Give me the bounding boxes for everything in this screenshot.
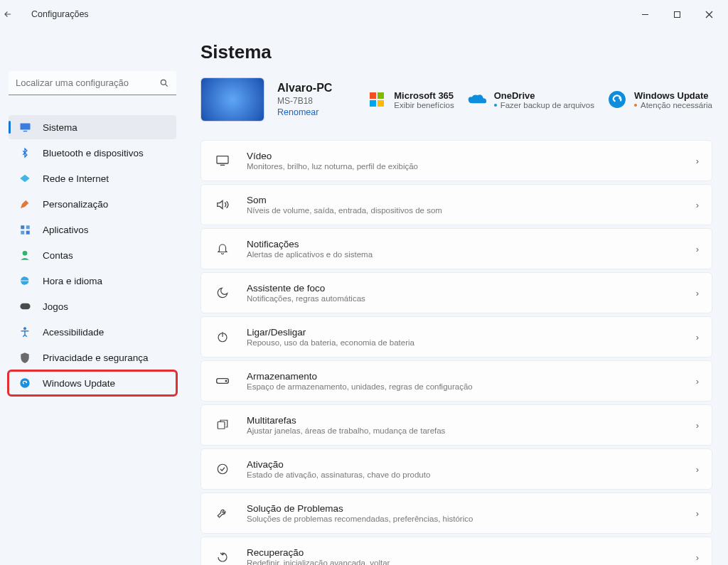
nav-item-bluetooth[interactable]: Bluetooth e dispositivos [9,141,176,165]
window-controls [629,4,725,25]
card-ligar[interactable]: Ligar/DesligarRepouso, uso da bateria, e… [200,316,712,357]
nav-item-jogos[interactable]: Jogos [9,294,176,318]
gaming-icon [17,300,33,313]
nav-item-hora[interactable]: Hora e idioma [9,269,176,293]
card-title: Armazenamento [247,371,696,382]
pc-model: MS-7B18 [277,96,332,106]
chevron-right-icon: › [696,288,699,298]
chevron-right-icon: › [696,420,699,431]
page-title: Sistema [200,41,712,63]
rename-link[interactable]: Renomear [277,107,332,117]
display-icon [17,121,33,134]
card-ativacao[interactable]: AtivaçãoEstado de ativação, assinaturas,… [200,448,712,490]
maximize-button[interactable] [661,4,693,25]
moon-icon [214,286,231,299]
svg-rect-4 [20,123,30,129]
svg-rect-6 [21,225,24,229]
chevron-right-icon: › [696,464,699,475]
onedrive-sub: Fazer backup de arquivos [500,101,594,109]
nav-item-acessibilidade[interactable]: Acessibilidade [9,320,176,344]
nav-label: Privacidade e segurança [43,353,149,363]
nav-item-contas[interactable]: Contas [9,243,176,267]
svg-rect-20 [217,156,228,163]
svg-rect-8 [21,230,24,234]
bluetooth-icon [17,146,33,159]
nav-item-windows-update[interactable]: Windows Update [9,371,176,395]
recovery-icon [214,551,231,564]
nav-label: Windows Update [43,378,115,389]
accounts-icon [17,249,33,262]
card-title: Ativação [247,459,696,470]
settings-cards: VídeoMonitores, brilho, luz noturna, per… [200,140,712,565]
card-notificacoes[interactable]: NotificaçõesAlertas de aplicativos e do … [200,228,712,269]
pc-thumbnail[interactable] [200,77,264,122]
svg-rect-16 [378,92,384,99]
card-armazenamento[interactable]: ArmazenamentoEspaço de armazenamento, un… [200,360,712,402]
main-content: Sistema Alvaro-PC MS-7B18 Renomear Micro… [185,28,728,565]
nav-item-sistema[interactable]: Sistema [9,115,176,139]
update-card[interactable]: Windows Update Atenção necessária [607,90,712,109]
nav-label: Rede e Internet [43,173,109,184]
card-title: Solução de Problemas [247,503,696,514]
card-video[interactable]: VídeoMonitores, brilho, luz noturna, per… [200,140,712,181]
card-foco[interactable]: Assistente de focoNotificações, regras a… [200,272,712,313]
status-dot-warn-icon [634,104,637,107]
svg-rect-7 [26,225,29,229]
back-button[interactable] [3,9,31,19]
windows-update-icon [17,377,33,389]
card-sub: Estado de ativação, assinaturas, chave d… [247,470,696,479]
card-multitarefas[interactable]: MultitarefasAjustar janelas, áreas de tr… [200,404,712,446]
chevron-right-icon: › [696,156,699,166]
pc-name: Alvaro-PC [277,82,332,95]
search-icon [159,78,169,88]
svg-rect-9 [26,230,29,234]
wrench-icon [214,507,231,520]
svg-rect-17 [370,100,376,107]
svg-point-10 [23,251,28,256]
onedrive-title: OneDrive [494,90,594,101]
display-icon [214,155,231,166]
svg-rect-26 [218,422,225,429]
chevron-right-icon: › [696,332,699,343]
nav-label: Hora e idioma [43,276,102,286]
search-box[interactable] [9,71,176,95]
window-title: Configurações [31,9,89,19]
chevron-right-icon: › [696,244,699,254]
nav-item-rede[interactable]: Rede e Internet [9,166,176,190]
chevron-right-icon: › [696,508,699,519]
time-language-icon [17,274,33,287]
onedrive-card[interactable]: OneDrive Fazer backup de arquivos [467,90,594,109]
svg-point-25 [225,380,227,382]
svg-rect-12 [20,303,30,310]
minimize-button[interactable] [629,4,661,25]
card-sub: Repouso, uso da bateria, economia de bat… [247,338,696,347]
svg-rect-18 [378,100,384,107]
nav-item-personalizacao[interactable]: Personalização [9,192,176,216]
card-sub: Monitores, brilho, luz noturna, perfil d… [247,162,696,171]
nav-label: Aplicativos [43,225,89,235]
nav-item-aplicativos[interactable]: Aplicativos [9,217,176,242]
card-som[interactable]: SomNíveis de volume, saída, entrada, dis… [200,184,712,225]
chevron-right-icon: › [696,376,699,387]
card-recuperacao[interactable]: RecuperaçãoRedefinir, inicialização avan… [200,537,712,565]
ms365-card[interactable]: Microsoft 365 Exibir benefícios [367,90,454,109]
svg-point-13 [23,327,26,330]
card-sub: Níveis de volume, saída, entrada, dispos… [247,206,696,215]
svg-point-2 [161,80,166,85]
svg-point-14 [20,378,29,387]
nav-item-privacidade[interactable]: Privacidade e segurança [9,345,176,370]
update-icon [607,90,627,109]
storage-icon [214,377,231,385]
titlebar: Configurações [0,0,728,28]
card-sub: Alertas de aplicativos e do sistema [247,250,696,259]
svg-line-3 [165,84,167,86]
update-title: Windows Update [634,90,712,101]
search-input[interactable] [16,77,159,88]
card-sub: Notificações, regras automáticas [247,294,696,303]
network-icon [17,172,33,185]
card-solucao[interactable]: Solução de ProblemasSoluções de problema… [200,493,712,534]
ms365-title: Microsoft 365 [394,90,454,101]
personalization-icon [17,198,33,210]
card-title: Multitarefas [247,415,696,426]
close-button[interactable] [693,4,725,25]
